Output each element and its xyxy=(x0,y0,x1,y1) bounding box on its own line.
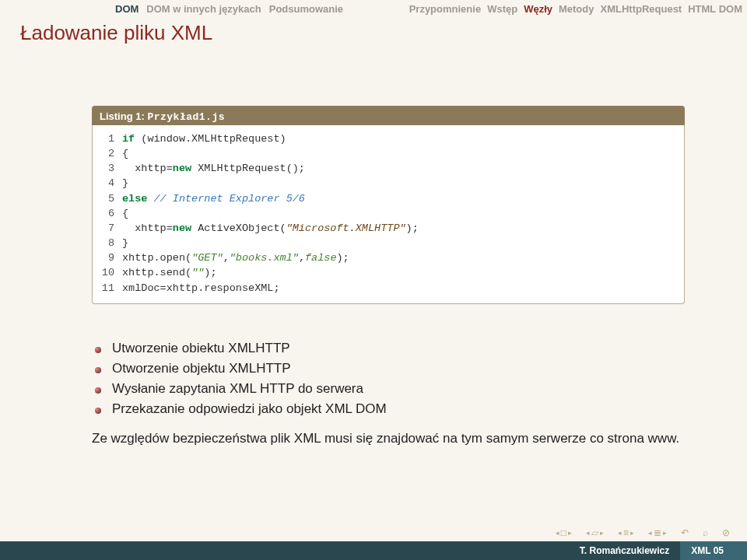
listing-filename: Przykład1.js xyxy=(147,111,225,123)
code-line: 4} xyxy=(100,176,676,191)
line-number: 4 xyxy=(100,176,122,191)
list-item: Wysłanie zapytania XML HTTP do serwera xyxy=(92,379,685,399)
listing-label: Listing 1: xyxy=(100,110,145,122)
code-line: 7 xhttp=new ActiveXObject("Microsoft.XML… xyxy=(100,221,676,236)
nav-section-next-icon[interactable]: ◂≣▸ xyxy=(648,527,667,538)
line-code: else // Internet Explorer 5/6 xyxy=(122,191,305,206)
line-code: xhttp.open("GET","books.xml",false); xyxy=(122,250,349,265)
line-number: 3 xyxy=(100,161,122,176)
line-code: xhttp=new ActiveXObject("Microsoft.XMLHT… xyxy=(122,221,419,236)
code-body: 1if (window.XMLHttpRequest)2{3 xhttp=new… xyxy=(92,125,685,304)
line-code: } xyxy=(122,176,128,191)
footer-bar: T. Romańczukiewicz XML 05 xyxy=(0,541,747,560)
list-item: Utworzenie obiektu XMLHTTP xyxy=(92,338,685,359)
slide-body: Listing 1: Przykład1.js 1if (window.XMLH… xyxy=(0,106,747,448)
nav-right-item[interactable]: Metody xyxy=(559,3,594,15)
code-line: 2{ xyxy=(100,146,676,161)
list-item: Przekazanie odpowiedzi jako objekt XML D… xyxy=(92,399,685,419)
slide-nav-controls: ◂□▸ ◂▱▸ ◂≡▸ ◂≣▸ ↶ ⌕ ⊘ xyxy=(556,527,730,538)
line-number: 6 xyxy=(100,206,122,221)
code-line: 6{ xyxy=(100,206,676,221)
nav-right-item[interactable]: XMLHttpRequest xyxy=(600,3,682,15)
line-code: { xyxy=(122,206,128,221)
nav-left-item[interactable]: DOM w innych językach xyxy=(146,3,261,15)
line-number: 10 xyxy=(100,265,122,280)
nav-right-item[interactable]: Węzły xyxy=(524,3,552,15)
nav-zoom-icon[interactable]: ⊘ xyxy=(722,527,730,538)
nav-left-item[interactable]: DOM xyxy=(115,3,139,15)
nav-undo-icon[interactable]: ↶ xyxy=(681,527,689,538)
footer-doc: XML 05 xyxy=(680,541,747,560)
line-code: if (window.XMLHttpRequest) xyxy=(122,131,286,146)
line-code: xmlDoc=xhttp.responseXML; xyxy=(122,281,280,296)
line-number: 7 xyxy=(100,221,122,236)
code-line: 5else // Internet Explorer 5/6 xyxy=(100,191,676,206)
top-nav: DOMDOM w innych językachPodsumowanie Prz… xyxy=(0,0,747,16)
footer-author: T. Romańczukiewicz xyxy=(580,545,680,556)
line-code: xhttp.send(""); xyxy=(122,265,217,280)
list-item: Otworzenie objektu XMLHTTP xyxy=(92,359,685,379)
nav-right-item[interactable]: HTML DOM xyxy=(688,3,742,15)
line-number: 5 xyxy=(100,191,122,206)
nav-left-group: DOMDOM w innych językachPodsumowanie xyxy=(5,3,343,15)
line-code: } xyxy=(122,236,128,250)
code-line: 8} xyxy=(100,236,676,250)
code-line: 1if (window.XMLHttpRequest) xyxy=(100,131,676,146)
nav-section-prev-icon[interactable]: ◂≡▸ xyxy=(618,527,634,538)
nav-right-item[interactable]: Wstęp xyxy=(487,3,517,15)
nav-first-icon[interactable]: ◂□▸ xyxy=(556,527,572,538)
line-code: { xyxy=(122,146,128,161)
line-number: 8 xyxy=(100,236,122,250)
line-number: 2 xyxy=(100,146,122,161)
line-number: 9 xyxy=(100,250,122,265)
code-line: 11xmlDoc=xhttp.responseXML; xyxy=(100,281,676,296)
nav-search-icon[interactable]: ⌕ xyxy=(703,527,708,538)
nav-left-item[interactable]: Podsumowanie xyxy=(269,3,343,15)
nav-right-group: PrzypomnienieWstępWęzłyMetodyXMLHttpRequ… xyxy=(409,3,742,15)
bullet-list: Utworzenie obiektu XMLHTTPOtworzenie obj… xyxy=(92,338,685,419)
nav-prev-icon[interactable]: ◂▱▸ xyxy=(586,527,604,538)
code-line: 10xhttp.send(""); xyxy=(100,265,676,280)
line-number: 11 xyxy=(100,281,122,296)
page-title: Ładowanie pliku XML xyxy=(0,16,747,56)
nav-right-item[interactable]: Przypomnienie xyxy=(409,3,481,15)
summary-paragraph: Ze względów bezpieczeństwa plik XML musi… xyxy=(92,430,685,448)
line-code: xhttp=new XMLHttpRequest(); xyxy=(122,161,305,176)
code-listing: Listing 1: Przykład1.js 1if (window.XMLH… xyxy=(92,106,685,304)
line-number: 1 xyxy=(100,131,122,146)
code-line: 3 xhttp=new XMLHttpRequest(); xyxy=(100,161,676,176)
listing-header: Listing 1: Przykład1.js xyxy=(92,106,685,125)
code-line: 9xhttp.open("GET","books.xml",false); xyxy=(100,250,676,265)
